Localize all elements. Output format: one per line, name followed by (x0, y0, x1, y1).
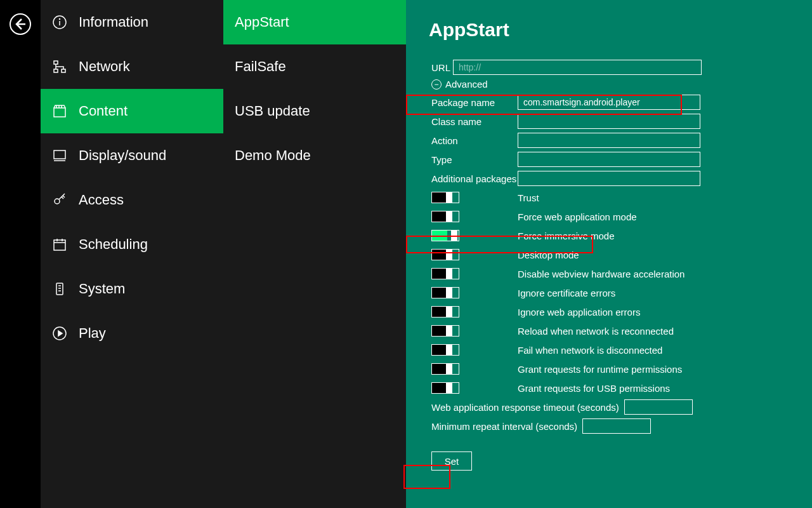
url-input[interactable] (453, 60, 702, 75)
class-name-label: Class name (431, 116, 518, 127)
type-input[interactable] (518, 152, 700, 167)
toggle-row: Disable webview hardware acceleration (431, 266, 812, 281)
toggle-label: Grant requests for runtime permissions (518, 364, 682, 375)
submenu: AppStart FailSafe USB update Demo Mode (223, 0, 406, 508)
main-panel: AppStart URL − Advanced Package name Cla… (406, 0, 812, 508)
sidebar-item-label: System (79, 281, 125, 297)
toggle-label: Ignore certificate errors (518, 288, 615, 298)
information-icon (52, 15, 67, 30)
toggle-row: Ignore certificate errors (431, 285, 812, 300)
toggle-row: Ignore web application errors (431, 304, 812, 319)
submenu-item-usb-update[interactable]: USB update (223, 89, 406, 133)
page-title: AppStart (429, 19, 812, 41)
toggle-switch[interactable] (431, 211, 459, 222)
svg-rect-8 (54, 108, 65, 117)
sidebar-item-label: Access (79, 192, 124, 208)
toggle-label: Ignore web application errors (518, 307, 640, 318)
svg-rect-12 (54, 150, 65, 159)
sidebar-item-information[interactable]: Information (41, 0, 223, 44)
min-repeat-input[interactable] (582, 418, 651, 434)
additional-packages-label: Additional packages (431, 173, 518, 184)
toggle-row: Force immersive mode (431, 228, 812, 243)
type-label: Type (431, 154, 518, 165)
toggle-row: Trust (431, 190, 812, 205)
calendar-icon (52, 237, 67, 252)
system-icon (52, 281, 67, 297)
action-input[interactable] (518, 133, 700, 148)
toggle-row: Fail when network is disconnected (431, 342, 812, 358)
collapse-icon: − (431, 79, 442, 90)
toggle-switch[interactable] (431, 268, 459, 279)
url-label: URL (431, 62, 453, 73)
back-arrow-icon (9, 13, 32, 36)
svg-rect-6 (54, 69, 58, 72)
sidebar-item-label: Play (79, 325, 106, 342)
network-icon (52, 59, 67, 74)
svg-point-14 (55, 199, 60, 204)
toggle-label: Force web application mode (518, 211, 637, 222)
submenu-item-label: FailSafe (235, 58, 286, 75)
sidebar-item-label: Scheduling (79, 236, 148, 253)
submenu-item-failsafe[interactable]: FailSafe (223, 44, 406, 89)
toggle-row: Desktop mode (431, 247, 812, 262)
submenu-item-demo-mode[interactable]: Demo Mode (223, 133, 406, 178)
sidebar-item-system[interactable]: System (41, 267, 223, 311)
toggle-switch[interactable] (431, 344, 459, 356)
play-icon (52, 326, 67, 341)
sidebar: Information Network Content Display/soun… (41, 0, 223, 508)
toggle-label: Reload when network is reconnected (518, 326, 674, 337)
action-label: Action (431, 135, 518, 146)
sidebar-item-play[interactable]: Play (41, 311, 223, 356)
key-icon (52, 192, 67, 208)
additional-packages-input[interactable] (518, 171, 700, 186)
toggle-row: Grant requests for runtime permissions (431, 361, 812, 377)
toggle-label: Trust (518, 192, 539, 203)
svg-rect-5 (54, 61, 58, 64)
sidebar-item-access[interactable]: Access (41, 178, 223, 222)
sidebar-item-display-sound[interactable]: Display/sound (41, 133, 223, 178)
toggle-label: Desktop mode (518, 250, 579, 260)
toggle-switch[interactable] (431, 363, 459, 375)
toggle-label: Fail when network is disconnected (518, 345, 662, 356)
svg-point-4 (60, 19, 60, 20)
sidebar-item-network[interactable]: Network (41, 44, 223, 89)
toggle-row: Reload when network is reconnected (431, 323, 812, 338)
toggle-switch[interactable] (431, 192, 459, 203)
back-button[interactable] (9, 13, 32, 38)
toggle-switch[interactable] (431, 325, 459, 337)
sidebar-item-label: Network (79, 58, 130, 75)
min-repeat-label: Minimum repeat interval (seconds) (431, 421, 577, 432)
set-button[interactable]: Set (431, 451, 472, 471)
sidebar-item-content[interactable]: Content (41, 89, 223, 133)
toggle-row: Grant requests for USB permissions (431, 380, 812, 396)
toggle-switch[interactable] (431, 287, 459, 298)
submenu-item-appstart[interactable]: AppStart (223, 0, 406, 44)
package-name-input[interactable] (518, 95, 700, 110)
svg-rect-22 (56, 283, 63, 295)
submenu-item-label: USB update (235, 103, 310, 119)
web-timeout-label: Web application response timeout (second… (431, 402, 619, 413)
sidebar-item-scheduling[interactable]: Scheduling (41, 222, 223, 267)
submenu-item-label: Demo Mode (235, 147, 311, 164)
submenu-item-label: AppStart (235, 14, 289, 30)
toggle-switch[interactable] (431, 249, 459, 260)
web-timeout-input[interactable] (624, 399, 693, 415)
toggle-switch[interactable] (431, 230, 459, 241)
display-icon (52, 148, 67, 163)
advanced-toggle[interactable]: − Advanced (431, 79, 812, 90)
class-name-input[interactable] (518, 114, 700, 129)
sidebar-item-label: Information (79, 14, 148, 30)
content-icon (52, 104, 67, 119)
toggle-label: Disable webview hardware acceleration (518, 269, 684, 279)
toggle-label: Grant requests for USB permissions (518, 383, 670, 394)
package-name-label: Package name (431, 97, 518, 108)
toggle-switch[interactable] (431, 382, 459, 394)
sidebar-item-label: Display/sound (79, 147, 166, 164)
toggle-switch[interactable] (431, 306, 459, 318)
advanced-label: Advanced (445, 79, 488, 90)
svg-rect-7 (62, 69, 65, 72)
toggle-label: Force immersive mode (518, 231, 615, 241)
sidebar-item-label: Content (79, 103, 128, 119)
svg-rect-15 (54, 240, 65, 250)
toggle-row: Force web application mode (431, 209, 812, 224)
